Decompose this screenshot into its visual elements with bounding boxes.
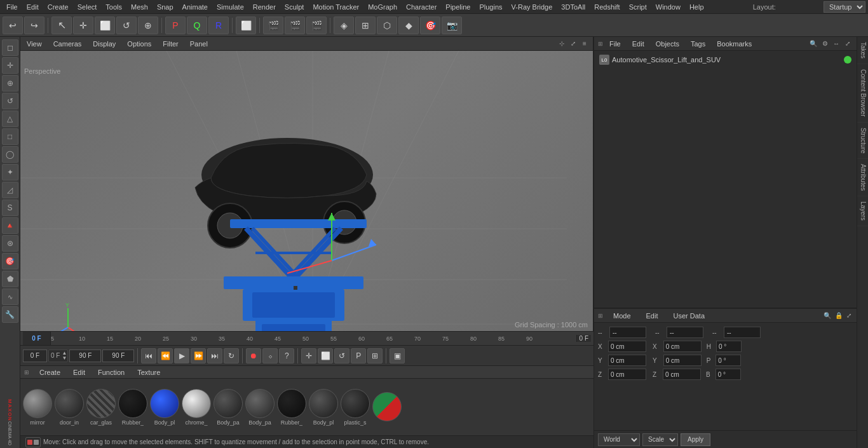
obj-row-main[interactable]: L0 Automotive_Scissor_Lift_and_SUV — [597, 53, 854, 66]
menu-sculpt[interactable]: Sculpt — [281, 2, 308, 12]
material-body-paint-1[interactable]: Body_pa — [214, 389, 243, 426]
go-to-end[interactable]: ⏭ — [207, 348, 222, 363]
side-tab-structure[interactable]: Structure — [857, 123, 868, 160]
rot-btn[interactable]: ⬜ — [318, 348, 333, 363]
anim-mode-btn[interactable]: ▣ — [390, 348, 405, 363]
obj-mgr-maximize-icon[interactable]: ⤢ — [843, 39, 853, 49]
record-btn[interactable]: ⏺ — [246, 348, 261, 363]
left-tool-14[interactable]: ∿ — [2, 288, 18, 305]
loop-btn[interactable]: ↻ — [224, 348, 239, 363]
end-frame2-input[interactable] — [102, 350, 134, 362]
attr-tab-mode[interactable]: Mode — [608, 311, 636, 321]
side-tab-layers[interactable]: Layers — [857, 196, 868, 226]
obj-visibility-dot[interactable] — [844, 56, 851, 64]
obj-mgr-arrows-icon[interactable]: ↔ — [831, 39, 841, 49]
attr-rot-z-input[interactable] — [663, 369, 701, 380]
viewport-menu-view[interactable]: View — [24, 39, 44, 49]
material-body-plastic-2[interactable]: Body_pl — [309, 389, 338, 426]
mat-menu-function[interactable]: Function — [95, 367, 127, 377]
snap-settings[interactable]: ◈ — [334, 17, 354, 34]
scale-btn[interactable]: ↺ — [334, 348, 349, 363]
material-rubber[interactable]: Rubber_ — [118, 389, 147, 426]
keyframe-btn[interactable]: ⬦ — [262, 348, 278, 363]
attr-pos-y-input[interactable] — [608, 355, 646, 366]
mat-menu-create[interactable]: Create — [37, 367, 63, 377]
render-region[interactable]: 🎬 — [285, 17, 305, 34]
menu-script[interactable]: Script — [625, 2, 651, 12]
menu-3dtoall[interactable]: 3DToAll — [557, 2, 589, 12]
menu-create[interactable]: Create — [44, 2, 72, 12]
attr-expand-icon[interactable]: ⤢ — [845, 312, 853, 319]
attr-size-x[interactable] — [609, 327, 646, 338]
prev-frame[interactable]: ⏪ — [158, 348, 173, 363]
origin-tool[interactable]: ◆ — [398, 17, 419, 34]
menu-tools[interactable]: Tools — [102, 2, 126, 12]
menu-render[interactable]: Render — [249, 2, 280, 12]
material-extra[interactable] — [372, 392, 402, 423]
workplane[interactable]: ⬡ — [377, 17, 397, 34]
viewport[interactable]: View Cameras Display Options Filter Pane… — [20, 37, 593, 331]
attr-tab-userdata[interactable]: User Data — [668, 311, 710, 321]
attr-p-input[interactable] — [715, 355, 741, 366]
camera-tool[interactable]: 📷 — [442, 17, 462, 34]
left-tool-8[interactable]: ◿ — [2, 182, 18, 198]
play-btn[interactable]: ▶ — [174, 348, 189, 363]
menu-edit[interactable]: Edit — [23, 2, 43, 12]
menu-plugins[interactable]: Plugins — [475, 2, 506, 12]
apply-button[interactable]: Apply — [681, 433, 710, 446]
side-tab-content[interactable]: Content Browser — [857, 64, 868, 122]
start-frame-input[interactable] — [23, 350, 47, 362]
attr-h-input[interactable] — [716, 341, 742, 352]
menu-help[interactable]: Help — [686, 2, 708, 12]
viewport-menu-cameras[interactable]: Cameras — [51, 39, 85, 49]
menu-pipeline[interactable]: Pipeline — [442, 2, 474, 12]
menu-redshift[interactable]: Redshift — [590, 2, 623, 12]
menu-motion-tracker[interactable]: Motion Tracker — [309, 2, 363, 12]
obj-mgr-tab-file[interactable]: File — [604, 39, 626, 49]
left-tool-6[interactable]: ◯ — [2, 146, 18, 163]
measure-tool[interactable]: 🎯 — [420, 17, 440, 34]
viewport-ctrl-more[interactable]: ≡ — [580, 39, 589, 48]
menu-mesh[interactable]: Mesh — [127, 2, 152, 12]
left-tool-13[interactable]: ⬟ — [2, 271, 18, 287]
material-body-paint-2[interactable]: Body_pa — [245, 389, 275, 426]
menu-window[interactable]: Window — [652, 2, 684, 12]
left-tool-4[interactable]: △ — [2, 111, 18, 127]
viewport-menu-filter[interactable]: Filter — [160, 39, 180, 49]
move-btn[interactable]: ✛ — [301, 348, 316, 363]
undo-button[interactable]: ↩ — [3, 17, 23, 34]
left-tool-9[interactable]: S — [2, 200, 18, 216]
param-btn[interactable]: P — [351, 348, 366, 363]
attr-rot-x-input[interactable] — [663, 341, 702, 352]
side-tab-attributes[interactable]: Attributes — [857, 159, 868, 196]
left-tool-1[interactable]: ✛ — [2, 57, 18, 74]
z-axis[interactable]: R — [208, 17, 229, 34]
timeline[interactable]: 0 F 5 10 15 20 25 30 35 40 45 50 55 60 6… — [20, 331, 593, 345]
material-chrome[interactable]: chrome_ — [182, 389, 211, 426]
left-tool-15[interactable]: 🔧 — [2, 306, 18, 323]
y-axis[interactable]: Q — [187, 17, 207, 34]
viewport-ctrl-expand[interactable]: ⤢ — [569, 39, 578, 48]
pla-btn[interactable]: ⊞ — [367, 348, 383, 363]
redo-button[interactable]: ↪ — [24, 17, 44, 34]
material-plastic-s[interactable]: plastic_s — [341, 389, 370, 426]
timeline-ruler[interactable]: 5 10 15 20 25 30 35 40 45 50 55 60 65 70… — [51, 332, 576, 345]
move-tool[interactable]: ✛ — [73, 17, 93, 34]
scale-tool[interactable]: ⬜ — [95, 17, 115, 34]
viewport-menu-panel[interactable]: Panel — [187, 39, 210, 49]
rotate-tool[interactable]: ↺ — [116, 17, 137, 34]
layout-select[interactable]: Startup — [824, 1, 865, 13]
material-door-in[interactable]: door_in — [55, 389, 84, 426]
menu-snap[interactable]: Snap — [153, 2, 177, 12]
side-tab-takes[interactable]: Takes — [857, 37, 868, 64]
attr-pos-z-input[interactable] — [608, 369, 646, 380]
left-tool-2[interactable]: ⊕ — [2, 75, 18, 92]
transform-tool[interactable]: ⊕ — [138, 17, 158, 34]
x-axis[interactable]: P — [165, 17, 186, 34]
mat-menu-edit[interactable]: Edit — [71, 367, 88, 377]
left-tool-12[interactable]: 🎯 — [2, 253, 18, 269]
material-car-glass[interactable]: car_glas — [86, 389, 116, 426]
left-tool-5[interactable]: □ — [2, 128, 18, 145]
menu-file[interactable]: File — [3, 2, 22, 12]
obj-mgr-tab-bookmarks[interactable]: Bookmarks — [712, 39, 757, 49]
